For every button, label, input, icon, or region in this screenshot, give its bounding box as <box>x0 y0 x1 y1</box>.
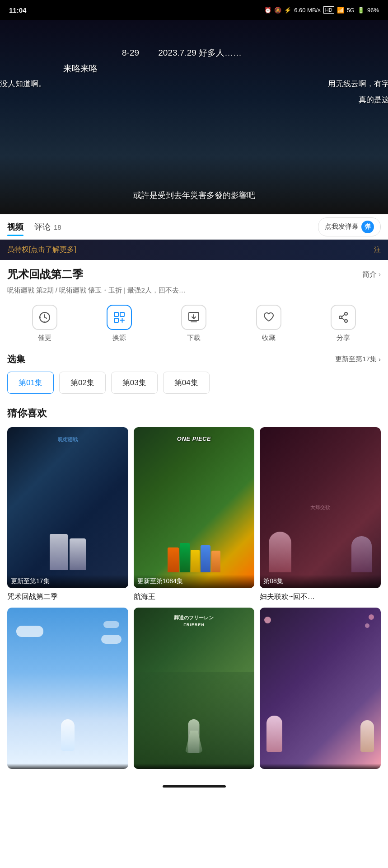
comment-count: 18 <box>54 223 61 231</box>
rec-item-onepiece[interactable]: ONE PIECE 更新至第1084集 航海王 <box>134 427 255 602</box>
mute-icon: 🔕 <box>274 7 281 14</box>
chevron-right-icon: › <box>379 355 381 363</box>
status-icons: ⏰ 🔕 ⚡ 6.60 MB/s HD 📶 5G 🔋 96% <box>264 6 379 14</box>
source-icon <box>107 305 132 330</box>
rec-name: 咒术回战第二季 <box>7 592 128 602</box>
bluetooth-icon: ⚡ <box>284 7 291 14</box>
svg-rect-3 <box>114 318 118 322</box>
episode-badge <box>134 764 255 769</box>
action-collect[interactable]: 收藏 <box>255 305 282 342</box>
rec-thumb-jujutsu: 呪術廻戦 更新至第17集 <box>7 427 128 589</box>
signal-icon: 5G <box>347 7 355 14</box>
danmu-item: 用无线云啊，有字幕 <box>328 79 388 89</box>
update-info[interactable]: 更新至第17集 › <box>335 355 381 363</box>
action-source[interactable]: 换源 <box>106 305 133 342</box>
rec-item-anime3[interactable] <box>260 608 381 773</box>
rec-name: 航海王 <box>134 592 255 602</box>
danmu-item: 来咯来咯 <box>63 63 98 75</box>
episode-chip-03[interactable]: 第03集 <box>111 372 158 394</box>
svg-point-6 <box>345 320 347 322</box>
svg-point-5 <box>345 312 347 315</box>
danmu-item: 8-29 2023.7.29 好多人…… <box>122 47 242 59</box>
anime-tags: 呪術廻戦 第2期 / 呪術廻戦 懐玉・玉折 | 最强2人，回不去… <box>7 285 381 296</box>
danmu-circle-icon: 弹 <box>361 221 374 233</box>
member-action[interactable]: 注 <box>374 245 381 254</box>
anime-title: 咒术回战第二季 <box>7 267 83 282</box>
video-player[interactable]: 8-29 2023.7.29 好多人…… 来咯来咯 没人知道啊。 用无线云啊，有… <box>0 20 388 214</box>
episodes-title: 选集 <box>7 353 25 365</box>
rec-item-frieren[interactable]: 葬送のフリーレンFRIEREN <box>134 608 255 773</box>
recommend-title: 猜你喜欢 <box>7 406 381 420</box>
tabs-bar: 视频 评论 18 点我发弹幕 弹 <box>0 214 388 240</box>
episode-badge: 第08集 <box>260 575 381 588</box>
title-row: 咒术回战第二季 简介 › <box>7 267 381 282</box>
episodes-header: 选集 更新至第17集 › <box>7 353 381 365</box>
recommend-grid: 呪術廻戦 更新至第17集 咒术回战第二季 ONE PIECE <box>7 427 381 773</box>
danmu-label: 点我发弹幕 <box>325 222 359 231</box>
tab-comments[interactable]: 评论 18 <box>34 219 61 235</box>
rec-thumb-onepiece: ONE PIECE 更新至第1084集 <box>134 427 255 589</box>
home-indicator <box>163 785 226 788</box>
episode-badge: 更新至第17集 <box>7 575 128 588</box>
svg-point-7 <box>339 316 342 319</box>
bottom-bar <box>0 778 388 798</box>
intro-button[interactable]: 简介 › <box>362 270 381 279</box>
action-buttons: 催更 换源 下载 <box>7 305 381 342</box>
danmu-button[interactable]: 点我发弹幕 弹 <box>318 217 381 236</box>
danmu-item: 真的是这么 <box>359 94 388 105</box>
rec-item-sky[interactable] <box>7 608 128 773</box>
rec-thumb-adult: 大帰交歓 第08集 <box>260 427 381 589</box>
source-label: 换源 <box>112 334 126 342</box>
member-banner[interactable]: 员特权[点击了解更多] 注 <box>0 240 388 260</box>
rec-item-jujutsu[interactable]: 呪術廻戦 更新至第17集 咒术回战第二季 <box>7 427 128 602</box>
subtitle: 或許是受到去年災害多發的影響吧 <box>0 190 388 201</box>
member-text: 员特权[点击了解更多] <box>7 245 76 255</box>
speed-label: 6.60 MB/s <box>294 7 321 14</box>
wifi-icon: 📶 <box>337 7 344 14</box>
danmu-overlay: 8-29 2023.7.29 好多人…… 来咯来咯 没人知道啊。 用无线云啊，有… <box>0 20 388 214</box>
svg-rect-2 <box>120 312 124 316</box>
episode-chip-02[interactable]: 第02集 <box>59 372 106 394</box>
action-download[interactable]: 下载 <box>180 305 207 342</box>
remind-label: 催更 <box>38 334 51 342</box>
rec-thumb-sky <box>7 608 128 769</box>
episode-chip-01[interactable]: 第01集 <box>7 372 54 394</box>
tab-video[interactable]: 视频 <box>7 219 23 235</box>
remind-icon <box>32 305 57 330</box>
share-icon <box>331 305 356 330</box>
svg-rect-1 <box>114 312 118 316</box>
episode-badge <box>7 764 128 769</box>
danmu-item: 没人知道啊。 <box>0 79 46 89</box>
status-bar: 11:04 ⏰ 🔕 ⚡ 6.60 MB/s HD 📶 5G 🔋 96% <box>0 0 388 20</box>
episode-badge <box>260 764 381 769</box>
collect-label: 收藏 <box>262 334 276 342</box>
action-remind[interactable]: 催更 <box>31 305 58 342</box>
episode-badge: 更新至第1084集 <box>134 575 255 588</box>
download-label: 下载 <box>187 334 201 342</box>
status-time: 11:04 <box>9 6 26 14</box>
episode-list: 第01集 第02集 第03集 第04集 <box>7 372 381 394</box>
rec-thumb-anime3 <box>260 608 381 769</box>
download-icon <box>181 305 206 330</box>
chevron-right-icon: › <box>379 270 381 278</box>
battery-level: 96% <box>367 7 379 14</box>
alarm-icon: ⏰ <box>264 7 271 14</box>
battery-icon: 🔋 <box>357 7 365 14</box>
main-content: 咒术回战第二季 简介 › 呪術廻戦 第2期 / 呪術廻戦 懐玉・玉折 | 最强2… <box>0 260 388 773</box>
share-label: 分享 <box>337 334 350 342</box>
rec-thumb-frieren: 葬送のフリーレンFRIEREN <box>134 608 255 769</box>
rec-item-adult[interactable]: 大帰交歓 第08集 妇夫联欢~回不… <box>260 427 381 602</box>
episode-chip-04[interactable]: 第04集 <box>163 372 210 394</box>
rec-name: 妇夫联欢~回不… <box>260 592 381 602</box>
hd-badge: HD <box>323 6 334 14</box>
action-share[interactable]: 分享 <box>330 305 357 342</box>
collect-icon <box>256 305 281 330</box>
